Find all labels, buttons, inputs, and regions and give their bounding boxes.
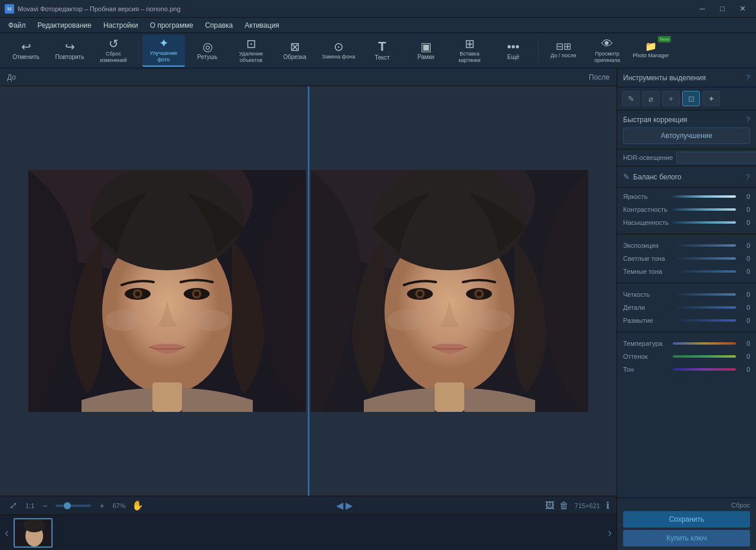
highlights-label: Светлые тона [623, 255, 669, 262]
shadows-slider[interactable] [673, 270, 736, 273]
white-balance-header: ✎ Баланс белого ? [617, 170, 756, 184]
after-label: После [308, 68, 617, 86]
filmstrip-next[interactable]: › [608, 526, 612, 539]
saturation-slider-row: Насыщенность 0 [617, 216, 756, 229]
photo-manager-button[interactable]: New 📁 Photo Manager [630, 35, 672, 67]
maximize-button[interactable]: □ [713, 2, 731, 15]
menu-activate[interactable]: Активация [239, 19, 285, 31]
selection-tools-title: Инструменты выделения [623, 74, 706, 82]
brightness-value: 0 [739, 193, 750, 200]
menu-help[interactable]: Справка [199, 19, 239, 31]
delete-button[interactable]: 🗑 [559, 500, 569, 511]
magic-selection-tool[interactable]: ✦ [702, 91, 720, 106]
svg-point-8 [135, 292, 140, 296]
text-button[interactable]: T Текст [361, 35, 403, 67]
sharpness-slider[interactable] [673, 293, 736, 296]
lasso-selection-tool[interactable]: ⌀ [642, 91, 660, 106]
next-image-button[interactable]: ▶ [346, 500, 353, 511]
panel-bottom: Сброс Сохранить Купить ключ [617, 497, 756, 550]
rect-selection-tool[interactable]: ⊡ [682, 91, 700, 106]
photo-manager-icon: 📁 [645, 42, 657, 51]
white-balance-help[interactable]: ? [746, 172, 750, 181]
slideshow-button[interactable]: 🖼 [545, 500, 555, 511]
filmstrip-prev[interactable]: ‹ [5, 526, 9, 539]
selection-tools-help[interactable]: ? [746, 73, 750, 82]
before-after-button[interactable]: ⊟⊞ До / после [542, 35, 585, 67]
tone-slider[interactable] [673, 368, 736, 371]
exposure-slider[interactable] [673, 244, 736, 247]
blur-slider-row: Размытие 0 [617, 314, 756, 327]
right-panel-scroll[interactable]: Быстрая коррекция ? Автоулучшение HDR-ос… [617, 110, 756, 497]
retouch-icon: ◎ [203, 41, 213, 53]
contrast-slider[interactable] [673, 208, 736, 211]
highlights-slider[interactable] [673, 257, 736, 260]
contrast-value: 0 [739, 206, 750, 213]
buy-key-button[interactable]: Купить ключ [623, 530, 750, 546]
shadows-label: Темные тона [623, 268, 669, 275]
temperature-label: Температура [623, 340, 669, 347]
image-info-button[interactable]: ℹ [606, 500, 610, 511]
hand-tool-icon: ✋ [132, 500, 144, 511]
crop-icon: ⊠ [290, 41, 300, 53]
auto-enhance-button[interactable]: Автоулучшение [623, 127, 750, 144]
tint-slider[interactable] [673, 355, 736, 358]
menu-file[interactable]: Файл [2, 19, 32, 31]
blur-value: 0 [739, 317, 750, 324]
filmstrip-thumbnail[interactable] [14, 518, 53, 548]
brightness-slider[interactable] [673, 195, 736, 198]
hdr-input[interactable] [676, 152, 756, 163]
menu-edit[interactable]: Редактирование [32, 19, 97, 31]
zoom-out-button[interactable]: − [40, 500, 50, 512]
reset-button[interactable]: ↺ Сброс изменений [92, 35, 135, 67]
image-dimensions: 715×621 [575, 502, 600, 509]
reset-changes-label[interactable]: Сброс [623, 502, 750, 509]
saturation-slider[interactable] [673, 221, 736, 224]
add-selection-tool[interactable]: + [662, 91, 680, 106]
minimize-button[interactable]: ─ [693, 2, 711, 15]
enhance-button[interactable]: ✦ Улучшение фото [142, 35, 185, 67]
retouch-button[interactable]: ◎ Ретушь [186, 35, 229, 67]
text-label: Текст [374, 54, 389, 61]
remove-objects-icon: ⊡ [246, 38, 256, 50]
zoom-percent: 67% [113, 502, 126, 509]
tone-label: Тон [623, 366, 669, 373]
more-button[interactable]: ••• Ещё [492, 35, 535, 67]
svg-rect-12 [152, 382, 182, 412]
exposure-value: 0 [739, 242, 750, 249]
menu-about[interactable]: О программе [144, 19, 199, 31]
sliders-group-3: Четкость 0 Детали 0 Размытие 0 [617, 286, 756, 329]
redo-button[interactable]: ↪ Повторить [48, 35, 91, 67]
title-bar: M Movavi Фоторедактор – Пробная версия –… [0, 0, 756, 18]
close-button[interactable]: ✕ [734, 2, 751, 15]
fit-screen-button[interactable]: ⤢ [7, 499, 19, 512]
sharpness-label: Четкость [623, 291, 669, 298]
zoom-in-button[interactable]: + [97, 500, 106, 512]
insert-image-button[interactable]: ⊞ Вставка картинки [448, 35, 491, 67]
undo-button[interactable]: ↩ Отменить [5, 35, 47, 67]
prev-image-button[interactable]: ◀ [336, 500, 343, 511]
remove-objects-button[interactable]: ⊡ Удаление объектов [230, 35, 272, 67]
tint-value: 0 [739, 353, 750, 360]
blur-slider[interactable] [673, 319, 736, 322]
brightness-slider-row: Яркость 0 [617, 190, 756, 203]
details-slider[interactable] [673, 306, 736, 309]
image-before [27, 167, 308, 415]
quick-correction-section: Быстрая коррекция ? Автоулучшение HDR-ос… [617, 110, 756, 166]
zoom-slider[interactable] [56, 505, 91, 507]
view-original-label: Просмотр оригинала [588, 51, 626, 64]
save-button[interactable]: Сохранить [623, 511, 750, 528]
quick-correction-help[interactable]: ? [746, 115, 750, 124]
menu-settings[interactable]: Настройки [97, 19, 144, 31]
replace-bg-button[interactable]: ⊙ Замена фона [317, 35, 360, 67]
replace-bg-icon: ⊙ [334, 41, 344, 53]
highlights-value: 0 [739, 255, 750, 262]
frames-button[interactable]: ▣ Рамки [405, 35, 447, 67]
brightness-label: Яркость [623, 193, 669, 200]
brush-selection-tool[interactable]: ✎ [622, 91, 640, 106]
retouch-label: Ретушь [197, 54, 217, 61]
crop-button[interactable]: ⊠ Обрезка [273, 35, 316, 67]
undo-icon: ↩ [21, 41, 31, 53]
view-original-button[interactable]: 👁 Просмотр оригинала [586, 35, 628, 67]
temperature-slider[interactable] [673, 342, 736, 345]
app-window: M Movavi Фоторедактор – Пробная версия –… [0, 0, 756, 550]
